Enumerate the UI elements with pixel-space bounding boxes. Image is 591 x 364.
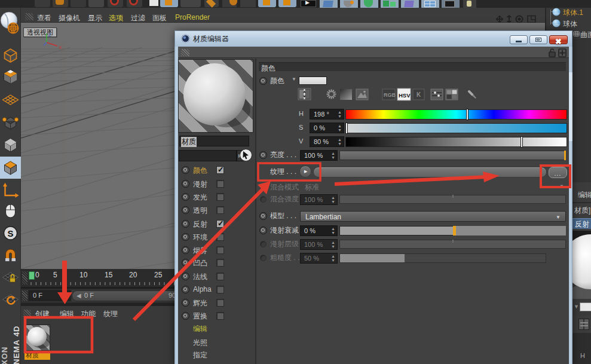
svg-text:K: K xyxy=(417,91,421,98)
svg-text:S: S xyxy=(7,228,13,238)
svg-text:HSV: HSV xyxy=(399,92,411,99)
svg-text:RGB: RGB xyxy=(384,92,396,98)
svg-text:X: X xyxy=(59,45,62,50)
svg-text:Z: Z xyxy=(48,32,51,38)
